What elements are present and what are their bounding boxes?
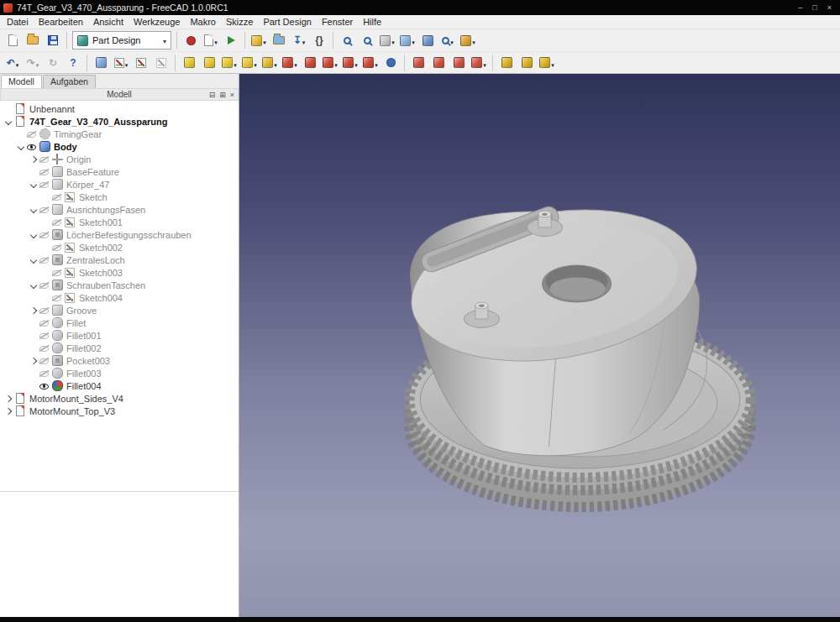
menu-hilfe[interactable]: Hilfe (358, 16, 386, 28)
tree-item-sketch003[interactable]: Sketch003 (0, 266, 239, 279)
gear-3d-model[interactable] (239, 74, 840, 617)
whats-this-button[interactable]: ? (63, 53, 83, 73)
pad-button[interactable] (179, 53, 199, 73)
measure-button[interactable] (458, 30, 478, 50)
tree-item-sketch001[interactable]: Sketch001 (0, 216, 239, 228)
tree-item-zentralesloch[interactable]: ZentralesLoch (0, 254, 239, 266)
menu-werkzeuge[interactable]: Werkzeuge (129, 16, 185, 28)
tree-item-ausrichtungsfasen[interactable]: AusrichtungsFasen (0, 203, 239, 216)
tree-item-l-cherbefestigungsschrauben[interactable]: LöcherBefestigungsschrauben (0, 228, 239, 241)
tree-item-fillet001[interactable]: Fillet001 (0, 329, 239, 342)
tree-item-schraubentaschen[interactable]: SchraubenTaschen (0, 279, 239, 291)
expander-icon[interactable] (30, 281, 37, 288)
hidden-eye-icon[interactable] (39, 255, 50, 264)
macro-record-button[interactable] (181, 30, 201, 50)
tree-item-pocket003[interactable]: Pocket003 (0, 354, 239, 367)
tree-item-timinggear[interactable]: TimingGear (0, 128, 239, 140)
save-document-button[interactable] (43, 30, 63, 50)
tree-item-74t-gear-v3-470-aussparung[interactable]: 74T_Gear_V3_470_Aussparung (0, 115, 239, 128)
undo-button[interactable]: ↶ (3, 53, 23, 73)
minimize-button[interactable]: – (798, 0, 802, 15)
menu-bearbeiten[interactable]: Bearbeiten (34, 16, 88, 28)
tree-item-fillet004[interactable]: Fillet004 (0, 379, 239, 392)
fit-all-button[interactable] (337, 30, 357, 50)
mirrored-button[interactable] (496, 53, 517, 73)
revolution-button[interactable] (199, 53, 219, 73)
hidden-eye-icon[interactable] (39, 318, 50, 327)
hole-button[interactable] (300, 53, 320, 73)
hidden-eye-icon[interactable] (52, 243, 62, 252)
map-sketch-button[interactable] (151, 53, 171, 73)
tree-item-basefeature[interactable]: BaseFeature (0, 165, 239, 178)
create-sketch-button[interactable] (111, 53, 131, 73)
undock-panel-button[interactable]: ⊟ (209, 89, 216, 101)
fillet-button[interactable] (408, 53, 428, 73)
expander-icon[interactable] (5, 407, 12, 414)
maximize-button[interactable]: □ (812, 0, 816, 15)
edit-sketch-button[interactable] (131, 53, 151, 73)
box-zoom-button[interactable] (357, 30, 377, 50)
3d-viewport[interactable] (239, 74, 840, 617)
draw-style-button[interactable] (377, 30, 397, 50)
hidden-eye-icon[interactable] (39, 368, 50, 378)
tree-item-k-rper-47[interactable]: Körper_47 (0, 178, 239, 191)
thickness-button[interactable] (469, 53, 489, 73)
float-panel-button[interactable]: ⊞ (219, 89, 226, 101)
tab-modell[interactable]: Modell (1, 75, 42, 88)
expander-icon[interactable] (5, 395, 12, 401)
hidden-eye-icon[interactable] (27, 129, 37, 139)
tree-item-motormount-sides-v4[interactable]: MotorMount_Sides_V4 (0, 392, 239, 405)
additive-pipe-button[interactable] (239, 53, 260, 73)
tree-item-fillet003[interactable]: Fillet003 (0, 367, 239, 379)
hidden-eye-icon[interactable] (52, 293, 62, 302)
redo-button[interactable]: ↷ (23, 53, 43, 73)
hidden-eye-icon[interactable] (39, 280, 50, 290)
expander-icon[interactable] (5, 118, 12, 124)
macro-play-button[interactable] (221, 30, 241, 50)
tree-item-fillet[interactable]: Fillet (0, 316, 239, 329)
expander-icon[interactable] (18, 143, 24, 149)
expander-icon[interactable] (30, 256, 37, 263)
menu-datei[interactable]: Datei (2, 16, 34, 28)
expander-icon[interactable] (30, 180, 37, 187)
tree-item-unbenannt[interactable]: Unbenannt (0, 102, 239, 115)
tree-item-sketch[interactable]: Sketch (0, 191, 239, 203)
tree-item-fillet002[interactable]: Fillet002 (0, 342, 239, 354)
chamfer-button[interactable] (428, 53, 449, 73)
expression-editor-button[interactable]: {} (309, 30, 329, 50)
create-body-button[interactable] (91, 53, 111, 73)
hidden-eye-icon[interactable] (39, 180, 50, 189)
pocket-button[interactable] (280, 53, 300, 73)
linear-pattern-button[interactable] (517, 53, 537, 73)
hidden-eye-icon[interactable] (39, 356, 50, 365)
hidden-eye-icon[interactable] (39, 230, 50, 239)
menu-makro[interactable]: Makro (185, 16, 221, 28)
import-export-button[interactable]: ↧ (289, 30, 309, 50)
boolean-operation-button[interactable] (381, 53, 401, 73)
menu-ansicht[interactable]: Ansicht (88, 16, 129, 28)
hidden-eye-icon[interactable] (39, 154, 50, 164)
draft-button[interactable] (449, 53, 469, 73)
hidden-eye-icon[interactable] (39, 306, 50, 315)
visible-eye-icon[interactable] (39, 381, 50, 390)
create-group-button[interactable] (269, 30, 289, 50)
tree-item-sketch004[interactable]: Sketch004 (0, 291, 239, 304)
part-primitive-button[interactable] (249, 30, 269, 50)
hidden-eye-icon[interactable] (52, 192, 62, 201)
visible-eye-icon[interactable] (27, 142, 37, 151)
macro-edit-button[interactable] (201, 30, 221, 50)
view-axonometric-button[interactable] (417, 30, 438, 50)
close-panel-button[interactable]: × (230, 89, 234, 101)
tree-item-origin[interactable]: Origin (0, 153, 239, 165)
subtractive-loft-button[interactable] (340, 53, 360, 73)
menu-skizze[interactable]: Skizze (221, 16, 258, 28)
tree-item-groove[interactable]: Groove (0, 304, 239, 316)
expander-icon[interactable] (30, 306, 37, 313)
polar-pattern-button[interactable] (537, 53, 557, 73)
hidden-eye-icon[interactable] (39, 343, 50, 353)
expander-icon[interactable] (30, 231, 37, 238)
hidden-eye-icon[interactable] (39, 167, 50, 176)
close-button[interactable]: × (827, 0, 832, 15)
menu-part-design[interactable]: Part Design (258, 16, 316, 28)
new-document-button[interactable] (3, 30, 23, 50)
